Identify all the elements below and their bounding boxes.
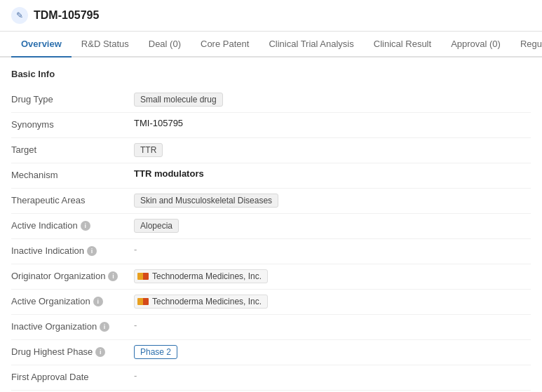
field-label: Inactive Organizationi: [11, 320, 134, 332]
info-row: Active OrganizationiTechnoderma Medicine…: [11, 290, 531, 315]
tab-rnd-status[interactable]: R&D Status: [72, 32, 139, 56]
org-name: Technoderma Medicines, Inc.: [152, 271, 262, 281]
empty-value: -: [134, 370, 137, 381]
org-badge[interactable]: Technoderma Medicines, Inc.: [134, 269, 268, 283]
tag: Small molecule drug: [134, 93, 223, 107]
info-icon[interactable]: i: [81, 221, 90, 231]
info-row: Drug Highest PhaseiPhase 2: [11, 340, 531, 365]
info-table: Drug TypeSmall molecule drugSynonymsTMI-…: [11, 88, 531, 391]
field-label: Active Organizationi: [11, 295, 134, 306]
edit-icon: ✎: [11, 7, 28, 24]
org-name: Technoderma Medicines, Inc.: [152, 297, 262, 306]
info-icon[interactable]: i: [93, 297, 103, 306]
field-label: Therapeutic Areas: [11, 194, 134, 205]
field-label: Drug Type: [11, 93, 134, 104]
info-icon[interactable]: i: [108, 271, 118, 281]
field-value: Phase 2: [134, 345, 531, 359]
field-value: Small molecule drug: [134, 93, 531, 107]
nav-tabs: OverviewR&D StatusDeal (0)Core PatentCli…: [0, 32, 542, 58]
main-content: Basic Info Drug TypeSmall molecule drugS…: [0, 58, 542, 391]
info-row: SynonymsTMI-105795: [11, 113, 531, 138]
field-value: Alopecia: [134, 219, 531, 233]
field-label: Drug Highest Phasei: [11, 345, 134, 357]
info-icon[interactable]: i: [100, 322, 109, 332]
info-row: Inactive Organizationi-: [11, 315, 531, 340]
info-icon[interactable]: i: [87, 246, 97, 256]
tab-overview[interactable]: Overview: [11, 32, 72, 56]
field-value: -: [134, 244, 531, 255]
org-logo: [137, 273, 149, 280]
field-value: Technoderma Medicines, Inc.: [134, 295, 531, 309]
field-value: -: [134, 370, 531, 381]
info-row: Drug TypeSmall molecule drug: [11, 88, 531, 113]
info-row: MechanismTTR modulators: [11, 163, 531, 189]
tag: Alopecia: [134, 219, 179, 233]
page-title: TDM-105795: [34, 9, 99, 22]
field-value: TMI-105795: [134, 118, 531, 128]
field-label: Inactive Indicationi: [11, 244, 134, 256]
tab-deal[interactable]: Deal (0): [139, 32, 191, 56]
tag: TTR: [134, 143, 163, 157]
field-value: Skin and Musculoskeletal Diseases: [134, 194, 531, 208]
tab-regulation[interactable]: Regulation (0): [510, 32, 542, 56]
info-row: First Approval Date-: [11, 365, 531, 391]
field-value: TTR: [134, 143, 531, 157]
field-label: Target: [11, 143, 134, 155]
org-logo: [137, 298, 149, 305]
empty-value: -: [134, 244, 137, 255]
info-row: Therapeutic AreasSkin and Musculoskeleta…: [11, 189, 531, 214]
field-label: Active Indicationi: [11, 219, 134, 231]
info-row: TargetTTR: [11, 138, 531, 163]
empty-value: -: [134, 320, 137, 330]
field-value: -: [134, 320, 531, 330]
page-header: ✎ TDM-105795: [0, 0, 542, 32]
phase-tag: Phase 2: [134, 345, 177, 359]
tab-clinical-trial[interactable]: Clinical Trial Analysis: [259, 32, 363, 56]
field-label: Originator Organizationi: [11, 269, 134, 281]
tag: Skin and Musculoskeletal Diseases: [134, 194, 278, 208]
info-row: Originator OrganizationiTechnoderma Medi…: [11, 264, 531, 290]
field-label: Mechanism: [11, 168, 134, 180]
info-row: Active IndicationiAlopecia: [11, 214, 531, 239]
org-badge[interactable]: Technoderma Medicines, Inc.: [134, 295, 268, 309]
tab-core-patent[interactable]: Core Patent: [191, 32, 259, 56]
tab-clinical-result[interactable]: Clinical Result: [364, 32, 441, 56]
info-icon[interactable]: i: [95, 347, 105, 357]
section-title: Basic Info: [11, 69, 531, 79]
field-value: TTR modulators: [134, 168, 531, 179]
info-row: Inactive Indicationi-: [11, 239, 531, 264]
field-label: Synonyms: [11, 118, 134, 130]
field-label: First Approval Date: [11, 370, 134, 382]
field-value: Technoderma Medicines, Inc.: [134, 269, 531, 283]
tab-approval[interactable]: Approval (0): [441, 32, 510, 56]
